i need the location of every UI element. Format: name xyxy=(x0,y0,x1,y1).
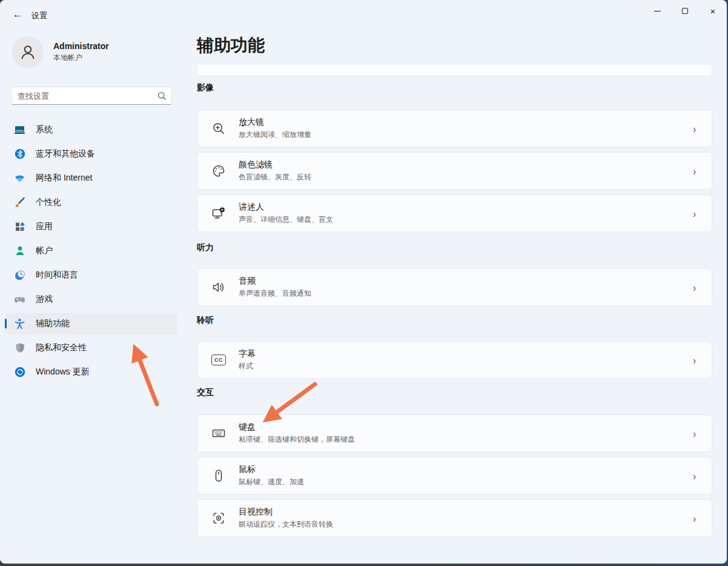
profile-name: Administrator xyxy=(53,41,109,51)
chevron-right-icon: › xyxy=(693,164,700,178)
narrator-icon xyxy=(211,205,227,221)
person-icon xyxy=(19,43,37,61)
sidebar-item-network[interactable]: 网络和 Internet xyxy=(5,167,177,189)
sidebar-item-personalization[interactable]: 个性化 xyxy=(5,191,177,213)
sidebar-item-accounts[interactable]: 帐户 xyxy=(5,240,177,262)
sync-icon xyxy=(14,367,25,378)
search-box[interactable] xyxy=(11,87,172,105)
speaker-audio-icon xyxy=(211,279,227,295)
chevron-right-icon: › xyxy=(693,281,700,294)
sidebar: Administrator 本地帐户 系统 蓝牙和其他设备 xyxy=(0,29,182,564)
back-arrow-icon: ← xyxy=(13,8,23,21)
shield-icon xyxy=(14,342,25,354)
sidebar-nav: 系统 蓝牙和其他设备 网络和 Internet 个性化 xyxy=(5,119,177,385)
scrolled-card-partial xyxy=(197,65,712,76)
chevron-right-icon: › xyxy=(693,122,700,135)
captions-cc-icon: CC xyxy=(211,352,227,368)
keyboard-icon xyxy=(211,425,227,441)
accounts-person-icon xyxy=(14,245,25,257)
system-icon xyxy=(14,124,25,136)
magnifier-icon xyxy=(211,121,227,136)
chevron-right-icon: › xyxy=(693,207,700,220)
sidebar-item-gaming[interactable]: 游戏 xyxy=(5,288,177,310)
sidebar-item-bluetooth[interactable]: 蓝牙和其他设备 xyxy=(5,143,177,165)
setting-row-mouse[interactable]: 鼠标 鼠标键、速度、加速 › xyxy=(197,457,712,494)
main-content: 辅助功能 影像 放大镜 放大镜阅读、缩放增量 › 颜色滤镜 色盲滤镜、灰度、反转… xyxy=(197,0,712,564)
sidebar-item-system[interactable]: 系统 xyxy=(5,119,177,141)
section-header-listening: 聆听 xyxy=(197,315,214,326)
search-icon xyxy=(157,92,167,101)
sidebar-item-time-language[interactable]: 时间和语言 xyxy=(5,264,177,286)
accessibility-icon xyxy=(14,318,25,330)
setting-row-color-filters[interactable]: 颜色滤镜 色盲滤镜、灰度、反转 › xyxy=(197,152,712,190)
page-title: 辅助功能 xyxy=(197,34,265,57)
setting-row-eye-control[interactable]: 目视控制 眼动追踪仪，文本到语音转换 › xyxy=(197,499,712,537)
back-button[interactable]: ← xyxy=(7,5,28,24)
section-header-vision: 影像 xyxy=(197,82,214,93)
profile-account-type: 本地帐户 xyxy=(53,53,109,63)
chevron-right-icon: › xyxy=(693,353,700,367)
gamepad-icon xyxy=(14,294,25,305)
clock-globe-icon xyxy=(14,270,25,281)
app-title: 设置 xyxy=(31,10,47,21)
bluetooth-icon xyxy=(14,148,25,160)
setting-row-narrator[interactable]: 讲述人 声音、详细信息、键盘、盲文 › xyxy=(197,195,712,232)
mouse-icon xyxy=(211,468,227,484)
section-header-hearing: 听力 xyxy=(197,242,214,253)
setting-row-keyboard[interactable]: 键盘 粘滞键、筛选键和切换键，屏幕键盘 › xyxy=(197,415,712,452)
setting-row-audio[interactable]: 音频 单声道音频、音频通知 › xyxy=(197,268,712,306)
avatar xyxy=(12,36,44,68)
user-profile[interactable]: Administrator 本地帐户 xyxy=(12,36,109,68)
color-filter-palette-icon xyxy=(211,163,227,179)
setting-row-captions[interactable]: CC 字幕 样式 › xyxy=(197,341,712,379)
settings-window: ← 设置 × Administrator 本地帐户 xyxy=(0,0,727,564)
sidebar-item-privacy[interactable]: 隐私和安全性 xyxy=(5,337,177,359)
sidebar-item-windows-update[interactable]: Windows 更新 xyxy=(5,361,177,383)
chevron-right-icon: › xyxy=(693,511,700,525)
section-header-interaction: 交互 xyxy=(197,387,214,398)
eye-control-icon xyxy=(211,510,227,526)
sidebar-item-apps[interactable]: 应用 xyxy=(5,216,177,238)
search-input[interactable] xyxy=(18,92,157,101)
sidebar-item-accessibility[interactable]: 辅助功能 xyxy=(5,313,177,335)
paintbrush-icon xyxy=(14,197,25,208)
chevron-right-icon: › xyxy=(693,427,700,440)
chevron-right-icon: › xyxy=(693,469,700,482)
network-wifi-icon xyxy=(14,173,25,184)
setting-row-magnifier[interactable]: 放大镜 放大镜阅读、缩放增量 › xyxy=(197,110,712,147)
apps-icon xyxy=(14,221,25,233)
